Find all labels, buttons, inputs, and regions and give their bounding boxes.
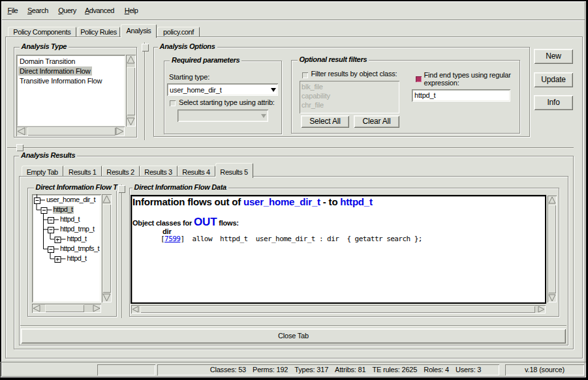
menu-underline: S <box>27 7 32 14</box>
arrow-triangle-svg <box>93 304 101 312</box>
flow-sub-suffix: flows: <box>217 219 238 227</box>
analysis-type-vscrollbar[interactable] <box>126 55 136 126</box>
tree-node-httpd_t[interactable]: httpd_t <box>53 206 74 214</box>
results-tab-empty-tab[interactable]: Empty Tab <box>22 166 64 177</box>
scroll-left-arrow-icon[interactable] <box>132 306 139 313</box>
tree-node-httpd_tmpfs_t[interactable]: httpd_tmpfs_t <box>59 245 100 253</box>
results-pane-bottom-line-light <box>20 326 566 327</box>
flow-data-hscrollbar[interactable] <box>131 305 546 314</box>
new-button[interactable]: New <box>534 49 573 64</box>
scroll-up-arrow-icon[interactable] <box>102 195 111 203</box>
tree-node-httpd_t[interactable]: httpd_t <box>67 235 87 243</box>
scrollbar-thumb[interactable] <box>45 304 84 312</box>
scroll-down-arrow-icon[interactable] <box>102 293 111 302</box>
tree-node-httpd_t[interactable]: httpd_t <box>67 255 87 263</box>
scrollbar-thumb[interactable] <box>27 127 116 136</box>
arrow-triangle-svg <box>132 306 139 313</box>
window-border-bottom <box>0 377 588 380</box>
menu-file[interactable]: File <box>4 5 22 16</box>
required-parameters-title: Required parameters <box>170 56 241 64</box>
results-tab-results-2[interactable]: Results 2 <box>102 166 140 177</box>
scroll-up-arrow-icon[interactable] <box>548 196 556 204</box>
starting-type-combobox[interactable]: user_home_dir_t <box>167 83 278 96</box>
analysis-options-title: Analysis Options <box>158 42 217 50</box>
top-pane-sash-handle[interactable] <box>142 44 149 51</box>
window-bevel-right <box>585 2 585 377</box>
scrollbar-thumb[interactable] <box>102 204 111 293</box>
tab-policy-rules[interactable]: Policy Rules <box>78 27 120 37</box>
regex-checkbox[interactable] <box>416 76 422 82</box>
scroll-down-arrow-icon[interactable] <box>127 117 135 126</box>
flow-tree-title: Direct Information Flow T <box>34 183 119 191</box>
analysis-type-item[interactable]: Domain Transition <box>18 57 76 66</box>
select-all-button[interactable]: Select All <box>301 115 349 128</box>
menu-query[interactable]: Query <box>54 5 80 16</box>
results-tab-results-4[interactable]: Results 4 <box>178 166 215 177</box>
regex-checkbox-label-line1: Find end types using regular <box>424 71 511 79</box>
tab-analysis[interactable]: Analysis <box>121 24 157 38</box>
menu-underline: A <box>85 7 89 14</box>
rule-id-link[interactable]: 7599 <box>164 235 180 243</box>
scroll-left-arrow-icon[interactable] <box>33 304 40 312</box>
analysis-type-hscrollbar[interactable] <box>16 126 125 136</box>
status-stat: Types: 317 <box>294 366 328 373</box>
filter-by-class-label: Filter results by object class: <box>311 70 397 78</box>
regex-checkbox-label-line2: expression: <box>424 79 459 87</box>
scroll-right-arrow-icon[interactable] <box>93 304 101 312</box>
menu-help[interactable]: Help <box>121 5 142 16</box>
scroll-right-arrow-icon[interactable] <box>116 127 124 136</box>
arrow-triangle-svg <box>116 127 124 136</box>
update-button[interactable]: Update <box>534 72 573 87</box>
close-tab-button[interactable]: Close Tab <box>21 329 566 343</box>
tab-policy-components[interactable]: Policy Components <box>8 27 77 37</box>
flow-data-textarea[interactable]: Information flows out of user_home_dir_t… <box>131 196 546 303</box>
arrow-triangle-svg <box>538 306 545 313</box>
tree-node-httpd_tmp_t[interactable]: httpd_tmp_t <box>59 226 95 233</box>
analysis-type-item[interactable]: Direct Information Flow <box>18 66 92 76</box>
top-pane-sash-line-light <box>145 42 146 140</box>
main-sash-handle[interactable] <box>16 144 23 151</box>
flow-data-title: Direct Information Flow Data <box>132 183 228 191</box>
arrow-triangle-svg <box>102 293 111 302</box>
arrow-triangle <box>549 295 555 301</box>
clear-all-button[interactable]: Clear All <box>354 115 399 128</box>
menu-advanced[interactable]: Advanced <box>81 5 118 16</box>
arrow-triangle-svg <box>127 55 135 64</box>
filter-by-class-checkbox[interactable] <box>302 72 308 78</box>
flow-tree[interactable]: user_home_dir_thttpd_thttpd_thttpd_tmp_t… <box>32 194 101 302</box>
scrollbar-thumb[interactable] <box>140 306 535 313</box>
scroll-left-arrow-icon[interactable] <box>17 127 25 136</box>
tab-policy-conf[interactable]: policy.conf <box>157 27 200 37</box>
flow-tree-hscrollbar[interactable] <box>32 304 101 313</box>
flow-tree-vscrollbar[interactable] <box>102 194 112 302</box>
tree-node-user_home_dir_t[interactable]: user_home_dir_t <box>46 196 96 204</box>
results-tab-results-5[interactable]: Results 5 <box>215 163 253 178</box>
optional-filters-title: Optional result filters <box>298 55 369 63</box>
scroll-right-arrow-icon[interactable] <box>538 306 545 313</box>
starting-type-label: Starting type: <box>169 73 209 81</box>
arrow-triangle <box>33 305 40 312</box>
main-sash-line-light <box>7 148 574 149</box>
scroll-up-arrow-icon[interactable] <box>127 55 135 64</box>
info-button[interactable]: Info <box>534 95 573 110</box>
results-sash-handle[interactable] <box>118 185 125 193</box>
results-tab-results-1[interactable]: Results 1 <box>63 166 102 177</box>
scroll-down-arrow-icon[interactable] <box>548 294 556 302</box>
analysis-type-listbox[interactable]: Domain TransitionDirect Information Flow… <box>16 55 125 126</box>
flow-data-vscrollbar[interactable] <box>548 196 557 302</box>
regex-entry[interactable]: httpd_t <box>412 89 510 102</box>
menu-search[interactable]: Search <box>23 5 52 16</box>
arrow-triangle <box>549 197 555 203</box>
arrow-triangle <box>103 294 110 301</box>
results-tab-results-3[interactable]: Results 3 <box>140 166 178 177</box>
arrow-triangle <box>127 56 134 63</box>
attrib-checkbox[interactable] <box>170 100 176 106</box>
object-class-listbox: blk_filecapabilitychr_file <box>300 81 399 113</box>
analysis-type-item[interactable]: Transitive Information Flow <box>18 76 103 85</box>
scrollbar-thumb[interactable] <box>127 67 135 115</box>
status-stat: Perms: 192 <box>253 366 288 373</box>
flow-heading-mid: - to <box>320 196 340 207</box>
starting-type-dropdown-arrow-icon[interactable] <box>271 88 276 92</box>
scrollbar-thumb[interactable] <box>548 205 556 293</box>
tree-node-httpd_t[interactable]: httpd_t <box>59 216 80 224</box>
